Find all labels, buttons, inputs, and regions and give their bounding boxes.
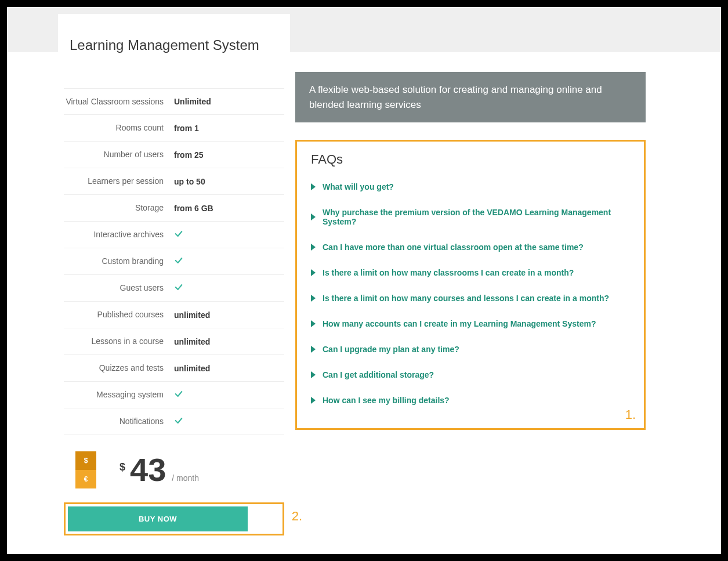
feature-label: Lessons in a course [64,336,174,346]
faq-panel-highlight: FAQs What will you get?Why purchase the … [295,140,646,430]
feature-label: Quizzes and tests [64,363,174,373]
feature-row: Rooms countfrom 1 [64,115,284,142]
feature-label: Storage [64,202,174,213]
buy-button-highlight: BUY NOW 2. [64,502,284,535]
feature-row: Published coursesunlimited [64,302,284,328]
description-banner: A flexible web-based solution for creati… [295,72,646,122]
caret-right-icon [311,295,316,302]
faq-question-text: Is there a limit on how many classrooms … [323,268,574,277]
feature-label: Guest users [64,283,174,293]
feature-label: Rooms count [64,122,174,133]
feature-label: Learners per session [64,176,174,186]
currency-toggle: $€ [75,451,96,488]
faq-item[interactable]: How many accounts can I create in my Lea… [311,319,630,328]
feature-label: Number of users [64,149,174,160]
faq-question-text: Why purchase the premium version of the … [323,208,630,226]
feature-row: Guest users [64,275,284,302]
faq-question-text: Can I have more than one virtual classro… [323,243,584,252]
feature-row: Interactive archives [64,222,284,248]
feature-row: Number of usersfrom 25 [64,142,284,168]
buy-now-button[interactable]: BUY NOW [68,506,248,531]
feature-value: from 25 [174,150,284,160]
faq-title: FAQs [311,152,630,167]
faq-item[interactable]: Is there a limit on how many classrooms … [311,268,630,277]
feature-value: unlimited [174,310,284,320]
caret-right-icon [311,244,316,251]
feature-label: Custom branding [64,256,174,266]
faq-item[interactable]: Can I upgrade my plan at any time? [311,345,630,354]
faq-item[interactable]: What will you get? [311,182,630,191]
feature-value: unlimited [174,364,284,373]
feature-label: Virtual Classroom sessions [64,96,174,107]
check-icon [174,256,284,267]
price-period: / month [172,473,199,483]
caret-right-icon [311,346,316,353]
feature-label: Published courses [64,309,174,320]
currency-option-button[interactable]: $ [75,451,96,470]
faq-question-text: How can I see my billing details? [323,396,450,405]
faq-question-text: Can I get additional storage? [323,370,434,379]
price-display: $ 43 / month [119,454,199,486]
feature-row: Learners per sessionup to 50 [64,168,284,195]
feature-list: Virtual Classroom sessionsUnlimitedRooms… [64,88,284,435]
check-icon [174,416,284,427]
feature-label: Interactive archives [64,229,174,240]
right-column: A flexible web-based solution for creati… [295,72,646,430]
price-area: $€ $ 43 / month [64,451,284,488]
faq-item[interactable]: Is there a limit on how many courses and… [311,294,630,303]
faq-question-text: Is there a limit on how many courses and… [323,294,609,303]
feature-row: Quizzes and testsunlimited [64,355,284,382]
check-icon [174,283,284,294]
feature-label: Notifications [64,416,174,426]
faq-question-text: How many accounts can I create in my Lea… [323,319,596,328]
feature-row: Lessons in a courseunlimited [64,328,284,355]
page-frame: Learning Management System Virtual Class… [0,0,728,561]
check-icon [174,389,284,400]
caret-right-icon [311,371,316,378]
check-icon [174,229,284,240]
caret-right-icon [311,320,316,327]
feature-row: Custom branding [64,248,284,275]
caret-right-icon [311,269,316,276]
annotation-marker-1: 1. [625,407,636,422]
feature-value: up to 50 [174,177,284,186]
feature-value: Unlimited [174,97,284,106]
feature-label: Messaging system [64,389,174,400]
feature-value: from 6 GB [174,204,284,213]
feature-value: unlimited [174,337,284,346]
faq-item[interactable]: Can I have more than one virtual classro… [311,243,630,252]
price-amount: 43 [130,454,166,486]
faq-item[interactable]: Why purchase the premium version of the … [311,208,630,226]
caret-right-icon [311,397,316,404]
price-symbol: $ [119,461,125,473]
faq-list: What will you get?Why purchase the premi… [311,182,630,405]
product-card: Learning Management System Virtual Class… [58,14,290,547]
faq-item[interactable]: Can I get additional storage? [311,370,630,379]
feature-row: Notifications [64,408,284,435]
feature-row: Storagefrom 6 GB [64,195,284,222]
faq-question-text: Can I upgrade my plan at any time? [323,345,459,354]
feature-value: from 1 [174,124,284,133]
feature-row: Virtual Classroom sessionsUnlimited [64,88,284,115]
product-title: Learning Management System [64,37,284,53]
feature-row: Messaging system [64,382,284,408]
annotation-marker-2: 2. [292,509,302,524]
faq-item[interactable]: How can I see my billing details? [311,396,630,405]
caret-right-icon [311,183,316,190]
currency-option-button[interactable]: € [75,470,96,488]
faq-question-text: What will you get? [323,182,394,191]
caret-right-icon [311,213,316,220]
